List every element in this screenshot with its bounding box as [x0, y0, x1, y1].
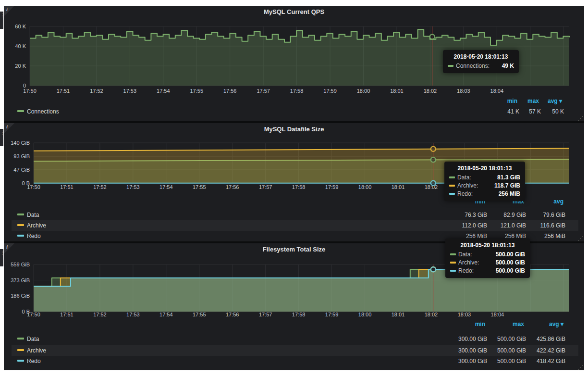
y-axis-tick-label: 140 GiB	[11, 140, 30, 146]
x-axis-tick-label: 17:54	[159, 184, 173, 190]
panel-resize-handle[interactable]: ⋰	[577, 115, 583, 121]
x-axis-tick-label: 18:04	[490, 88, 504, 94]
y-axis-tick-label: 60 K	[15, 24, 26, 29]
tooltip-series-label: Archive:	[457, 182, 478, 189]
legend-stat-value-avg: 79.6 GiB	[513, 210, 565, 220]
x-axis-tick-label: 17:50	[27, 312, 40, 317]
crosshair-point-marker	[430, 35, 435, 39]
legend-series-label[interactable]: Archive	[27, 347, 46, 354]
legend-row-redo: Redo300.00 GiB500.00 GiB418.42 GiB	[12, 356, 578, 366]
tooltip-series-color-dash	[450, 262, 456, 264]
x-axis-tick-label: 17:59	[325, 312, 339, 317]
tooltip-series-row: Data:500.00 GiB	[450, 251, 525, 258]
tooltip-series-value: 118.7 GiB	[489, 182, 520, 189]
x-axis-tick-label: 17:50	[27, 184, 40, 190]
legend-row-archive: Archive112.0 GiB121.0 GiB116.6 GiB	[12, 220, 578, 231]
legend-stat-value-avg: 116.6 GiB	[513, 220, 565, 231]
legend-series-color-dash	[17, 224, 24, 226]
x-axis-tick-label: 17:59	[325, 184, 339, 190]
tooltip-series-label: Data:	[457, 174, 471, 181]
legend-series-color-dash	[17, 235, 24, 237]
x-axis-tick-label: 18:01	[390, 88, 404, 94]
tooltip-series-row: Archive:500.00 GiB	[450, 259, 525, 266]
legend-stat-value-avg: 425.86 GiB	[513, 334, 565, 344]
x-axis-tick-label: 17:54	[157, 88, 170, 94]
x-axis-tick-label: 17:57	[257, 88, 270, 94]
x-axis-tick-label: 18:02	[424, 88, 437, 94]
panel-drag-handle[interactable]: ⋮	[0, 129, 3, 146]
x-axis-tick-label: 18:03	[458, 312, 471, 317]
legend-stat-value-avg: 422.42 GiB	[513, 345, 565, 356]
x-axis-tick-label: 17:56	[226, 184, 239, 190]
legend-series-label[interactable]: Data	[27, 336, 39, 342]
graph-tooltip: 2018-05-20 18:01:13 Connections:49 K	[443, 50, 519, 73]
legend-series-label[interactable]: Redo	[27, 358, 41, 364]
y-axis-tick-label: 559 GiB	[11, 262, 30, 267]
x-axis-tick-label: 18:00	[358, 312, 372, 317]
tooltip-series-color-dash	[449, 193, 455, 195]
panel-resize-handle[interactable]: ⋰	[577, 364, 583, 370]
x-axis-tick-label: 17:52	[93, 184, 107, 190]
tooltip-series-label: Connections:	[456, 63, 490, 69]
x-axis-tick-label: 17:52	[90, 88, 103, 94]
x-axis-tick-label: 17:53	[126, 312, 140, 317]
tooltip-series-value: 256 MiB	[493, 190, 520, 197]
x-axis-tick-label: 17:56	[223, 88, 237, 94]
panel-drag-handle[interactable]: ⋮	[0, 12, 3, 29]
panel-drag-handle[interactable]: ⋮	[0, 249, 3, 266]
y-axis-tick-label: 186 GiB	[11, 293, 30, 299]
tooltip-series-row: Redo:256 MiB	[449, 190, 520, 197]
tooltip-series-color-dash	[450, 253, 456, 255]
y-axis-tick-label: 47 GiB	[13, 167, 30, 173]
x-axis-tick-label: 17:55	[193, 184, 206, 190]
x-axis-tick-label: 18:01	[392, 184, 405, 190]
tooltip-series-value: 500.00 GiB	[490, 251, 525, 258]
tooltip-series-row: Connections:49 K	[448, 63, 514, 69]
legend-series-color-dash	[17, 214, 24, 215]
legend-series-label[interactable]: Data	[27, 212, 39, 218]
tooltip-series-value: 81.3 GiB	[491, 174, 520, 181]
x-axis-tick-label: 17:53	[123, 88, 137, 94]
x-axis-tick-label: 17:51	[60, 312, 74, 317]
legend-series-color-dash	[17, 349, 24, 351]
crosshair-point-marker	[431, 181, 436, 186]
legend-row-connections: Connections41 K57 K50 K	[12, 106, 578, 117]
legend-row-archive: Archive300.00 GiB500.00 GiB422.42 GiB	[12, 345, 578, 356]
x-axis-tick-label: 17:55	[193, 312, 206, 317]
tooltip-series-label: Archive:	[458, 259, 479, 266]
tooltip-timestamp: 2018-05-20 18:01:13	[449, 165, 520, 172]
legend-row-data: Data300.00 GiB500.00 GiB425.86 GiB	[12, 334, 578, 344]
legend-series-label[interactable]: Archive	[27, 222, 46, 229]
x-axis-tick-label: 17:50	[23, 88, 37, 94]
crosshair-point-marker	[431, 157, 436, 162]
tooltip-series-row: Data:81.3 GiB	[449, 174, 520, 181]
legend-series-label[interactable]: Redo	[27, 233, 41, 239]
y-axis-tick-label: 40 K	[15, 43, 26, 49]
x-axis-tick-label: 17:56	[226, 312, 239, 317]
y-axis-tick-label: 93 GiB	[13, 153, 30, 159]
legend-series-label[interactable]: Connections	[27, 108, 59, 115]
tooltip-series-color-dash	[448, 65, 453, 67]
x-axis-tick-label: 18:00	[358, 184, 372, 190]
x-axis-tick-label: 17:58	[290, 88, 304, 94]
tooltip-series-row: Archive:118.7 GiB	[449, 182, 520, 189]
panel-resize-handle[interactable]: ⋰	[577, 236, 583, 241]
legend-stat-value-avg: 50 K	[511, 106, 564, 117]
y-axis-tick-label: 20 K	[15, 63, 26, 69]
tooltip-series-value: 49 K	[496, 63, 514, 69]
x-axis-tick-label: 17:57	[259, 184, 272, 190]
crosshair-point-marker	[431, 267, 436, 272]
tooltip-series-color-dash	[450, 270, 456, 272]
legend-series-color-dash	[17, 110, 24, 112]
tooltip-series-label: Data:	[458, 251, 472, 258]
legend-row-data: Data76.3 GiB82.9 GiB79.6 GiB	[12, 210, 578, 220]
x-axis-tick-label: 18:04	[491, 312, 504, 317]
x-axis-tick-label: 17:57	[259, 312, 272, 317]
x-axis-tick-label: 17:55	[190, 88, 203, 94]
legend-series-color-dash	[17, 338, 24, 339]
legend-series-color-dash	[17, 360, 24, 362]
tooltip-series-label: Redo:	[458, 267, 474, 274]
x-axis-tick-label: 18:03	[457, 88, 470, 94]
x-axis-tick-label: 17:52	[93, 312, 107, 317]
x-axis-tick-label: 17:51	[57, 88, 70, 94]
